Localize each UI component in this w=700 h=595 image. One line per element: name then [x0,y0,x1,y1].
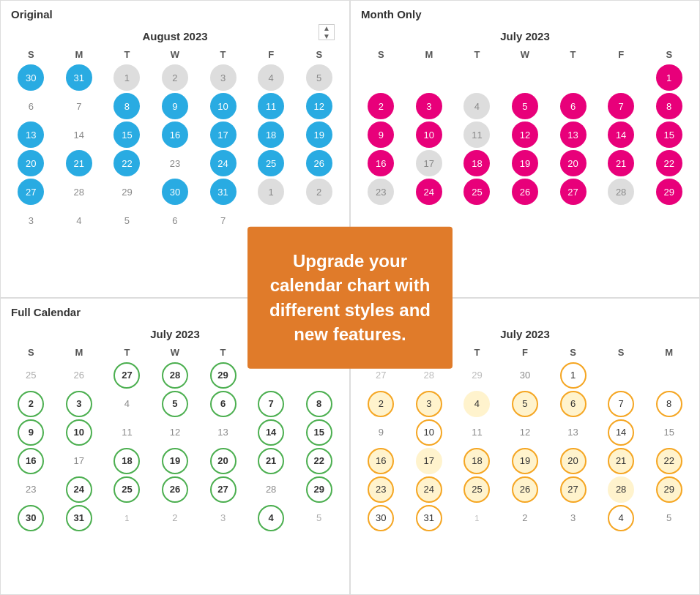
table-row: 28 [162,362,188,389]
table-row: 14 [608,419,634,446]
table-row: 18 [463,150,490,176]
mo-header-m: M [406,47,453,62]
table-row: 26 [512,476,538,503]
table-row: 30 [18,505,44,531]
table-row: 24 [416,179,442,205]
table-row: 29 [463,362,490,389]
table-row: 16 [18,448,44,474]
table-row: 18 [463,448,490,474]
table-row: 22 [113,150,140,176]
table-row: 28 [66,179,92,205]
table-row: 5 [162,391,188,417]
table-row: 2 [368,391,394,417]
table-row: 27 [560,179,587,205]
table-row: 31 [210,179,237,205]
table-row: 4 [463,391,490,417]
col-header-f1: F [248,47,294,62]
table-row: 20 [210,448,237,474]
table-row: 14 [66,121,92,148]
table-row: 17 [416,150,442,176]
table-row: 10 [66,419,92,446]
table-row: 20 [560,448,587,474]
table-row [656,362,682,389]
table-row: 26 [162,476,188,503]
table-row: 15 [656,121,682,148]
table-row [560,64,587,91]
table-row: 2 [162,505,188,531]
table-row: 1 [113,64,140,91]
month-spinner[interactable]: ▲▼ [319,24,335,40]
table-row: 26 [512,179,538,205]
table-row: 5 [306,64,332,91]
table-row: 24 [66,476,92,503]
mo-header-f: F [598,47,644,62]
mo-header-t: T [454,47,500,62]
table-row: 19 [512,448,538,474]
fc-header-s: S [8,345,54,360]
iv-header-f: F [502,345,548,360]
table-row: 4 [113,391,140,417]
panel-original-title: Original [11,8,53,20]
table-row: 29 [113,179,140,205]
table-row: 30 [512,362,538,389]
table-row: 7 [258,391,284,417]
table-row: 24 [210,150,237,176]
table-row: 29 [656,179,682,205]
table-row: 6 [210,391,237,417]
table-row: 25 [463,476,490,503]
table-row: 1 [560,362,587,389]
table-row: 1 [113,505,140,531]
table-row: 4 [258,505,284,531]
table-row: 30 [162,179,188,205]
table-row: 12 [306,93,332,119]
table-row: 2 [18,391,44,417]
table-row: 31 [66,64,92,91]
table-row: 3 [416,93,442,119]
table-row: 23 [368,476,394,503]
upgrade-overlay: Upgrade your calendar chart with differe… [247,226,453,368]
table-row: 4 [463,93,490,119]
intervals-cal-grid: T W T F S S M 27 28 29 30 1 2 3 4 5 6 7 … [358,345,692,531]
table-row: 20 [560,150,587,176]
original-cal-grid: S M T W T F S 30 31 1 2 3 4 5 6 7 8 9 10… [8,47,342,233]
table-row [463,64,490,91]
iv-header-t2: T [454,345,500,360]
table-row: 8 [306,391,332,417]
table-row: 28 [258,476,284,503]
fc-header-m: M [56,345,103,360]
table-row: 2 [306,179,332,205]
table-row: 27 [210,476,237,503]
table-row [608,64,634,91]
table-row [608,362,634,389]
table-row: 26 [66,362,92,389]
col-header-s2: S [296,47,342,62]
table-row: 7 [66,93,92,119]
table-row: 14 [608,121,634,148]
table-row [416,64,442,91]
iv-header-s: S [550,345,596,360]
fc-header-t: T [104,345,150,360]
table-row: 11 [463,121,490,148]
table-row: 1 [463,505,490,531]
table-row: 31 [66,505,92,531]
col-header-t2: T [200,47,246,62]
table-row: 11 [258,93,284,119]
table-row: 4 [66,207,92,233]
table-row: 1 [656,64,682,91]
table-row: 13 [560,419,587,446]
table-row: 19 [162,448,188,474]
table-row: 14 [258,419,284,446]
table-row: 27 [560,476,587,503]
table-row: 15 [656,419,682,446]
iv-header-m: M [646,345,692,360]
table-row: 16 [162,121,188,148]
table-row: 13 [560,121,587,148]
table-row: 10 [210,93,237,119]
table-row: 22 [656,448,682,474]
table-row: 6 [18,93,44,119]
table-row: 26 [306,150,332,176]
table-row: 25 [113,476,140,503]
table-row: 22 [656,150,682,176]
full-cal-grid: S M T W T F S 25 26 27 28 29 2 3 4 5 6 7… [8,345,342,531]
table-row: 21 [608,150,634,176]
